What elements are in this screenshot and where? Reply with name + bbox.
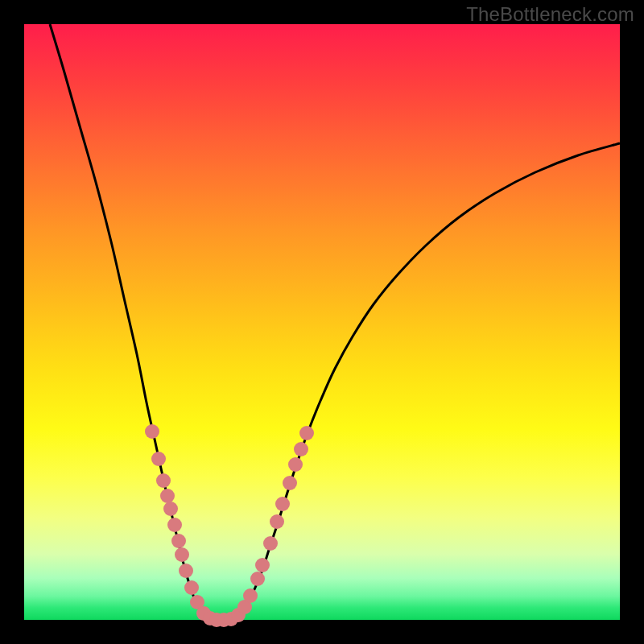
data-marker [243, 588, 258, 603]
main-curve [50, 24, 620, 620]
data-marker [167, 518, 182, 532]
data-marker [255, 558, 270, 572]
data-marker [160, 489, 175, 503]
plot-area [24, 24, 620, 620]
marker-group-right [231, 426, 314, 622]
data-marker [250, 572, 265, 586]
data-marker [283, 476, 297, 490]
chart-frame: TheBottleneck.com [0, 0, 644, 644]
data-marker [145, 424, 159, 439]
data-marker [263, 536, 278, 551]
chart-svg [24, 24, 620, 620]
data-marker [299, 426, 314, 440]
data-marker [163, 502, 178, 516]
data-marker [171, 534, 186, 548]
data-marker [288, 457, 303, 472]
marker-group-left [145, 424, 211, 621]
data-marker [184, 580, 199, 595]
data-marker [179, 564, 193, 578]
data-marker [175, 547, 189, 562]
data-marker [270, 514, 284, 529]
data-marker [156, 473, 171, 488]
watermark-text: TheBottleneck.com [466, 3, 634, 26]
data-marker [275, 497, 290, 511]
data-marker [294, 442, 308, 456]
data-marker [151, 452, 166, 466]
